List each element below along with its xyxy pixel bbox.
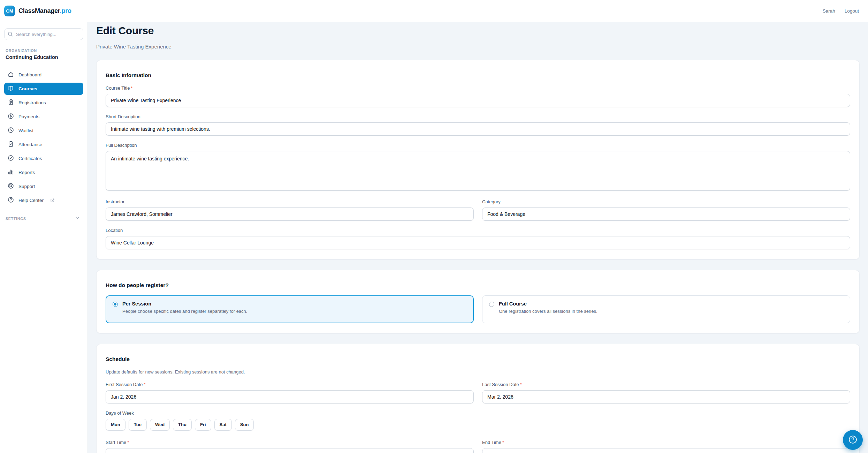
sidebar-item-reports[interactable]: Reports bbox=[4, 166, 83, 179]
sidebar-divider bbox=[0, 65, 87, 65]
page-subtitle: Private Wine Tasting Experience bbox=[96, 44, 860, 50]
sidebar-item-label: Courses bbox=[18, 86, 37, 91]
course-title-label: Course Title* bbox=[106, 85, 850, 91]
app-title: ClassManager.pro bbox=[18, 7, 71, 15]
sidebar-item-waitlist[interactable]: Waitlist bbox=[4, 124, 83, 137]
per-session-description: People choose specific dates and registe… bbox=[122, 309, 247, 314]
app-logo[interactable]: CM ClassManager.pro bbox=[4, 6, 71, 16]
sidebar-item-label: Certificates bbox=[18, 156, 42, 161]
day-toggle-sat[interactable]: Sat bbox=[214, 419, 232, 431]
topbar-user-area: Sarah Logout bbox=[823, 8, 859, 14]
sidebar-item-label: Dashboard bbox=[18, 72, 41, 77]
sidebar-item-payments[interactable]: Payments bbox=[4, 111, 83, 123]
day-toggle-mon[interactable]: Mon bbox=[106, 419, 125, 431]
sidebar-item-help-center[interactable]: Help Center bbox=[4, 194, 83, 206]
sidebar-item-label: Support bbox=[18, 184, 35, 189]
option-text: Full Course One registration covers all … bbox=[499, 301, 597, 314]
radio-unchecked-icon[interactable] bbox=[489, 302, 494, 307]
sidebar-item-support[interactable]: Support bbox=[4, 180, 83, 192]
sidebar-item-label: Waitlist bbox=[18, 128, 33, 133]
sidebar-item-dashboard[interactable]: Dashboard bbox=[4, 69, 83, 81]
per-session-option[interactable]: Per Session People choose specific dates… bbox=[106, 295, 474, 323]
schedule-heading: Schedule bbox=[106, 356, 850, 362]
days-of-week-group: Mon Tue Wed Thu Fri Sat Sun bbox=[106, 419, 850, 431]
sidebar-nav: Dashboard Courses Registrations Payments… bbox=[4, 69, 83, 206]
start-time-label: Start Time* bbox=[106, 440, 474, 445]
sidebar-settings-toggle[interactable]: SETTINGS bbox=[4, 216, 83, 222]
help-fab-button[interactable] bbox=[843, 430, 863, 450]
days-of-week-label: Days of Week bbox=[106, 410, 850, 416]
first-session-date-input[interactable] bbox=[106, 390, 474, 403]
chevron-down-icon bbox=[75, 216, 80, 222]
sidebar-item-label: Registrations bbox=[18, 100, 46, 105]
category-label: Category bbox=[482, 199, 850, 205]
sidebar-item-courses[interactable]: Courses bbox=[4, 83, 83, 95]
main-content: Back to Course Edit Course Private Wine … bbox=[88, 0, 868, 453]
schedule-card: Schedule Update defaults for new session… bbox=[96, 344, 860, 453]
external-link-icon bbox=[50, 198, 55, 203]
logout-button[interactable]: Logout bbox=[845, 8, 859, 14]
page-title: Edit Course bbox=[96, 25, 860, 37]
sidebar-divider bbox=[0, 210, 87, 210]
option-text: Per Session People choose specific dates… bbox=[122, 301, 247, 314]
settings-label: SETTINGS bbox=[6, 217, 26, 221]
sidebar: ORGANIZATION Continuing Education Dashbo… bbox=[0, 22, 88, 453]
day-toggle-tue[interactable]: Tue bbox=[129, 419, 147, 431]
home-icon bbox=[8, 71, 14, 78]
logo-badge-icon: CM bbox=[4, 6, 15, 16]
sidebar-item-label: Help Center bbox=[18, 198, 44, 203]
day-toggle-sun[interactable]: Sun bbox=[235, 419, 254, 431]
user-menu-button[interactable]: Sarah bbox=[823, 8, 835, 14]
sidebar-item-label: Reports bbox=[18, 170, 35, 175]
category-field: Category bbox=[482, 192, 850, 221]
sidebar-item-attendance[interactable]: Attendance bbox=[4, 138, 83, 151]
start-time-field: Start Time* bbox=[106, 433, 474, 453]
day-toggle-fri[interactable]: Fri bbox=[195, 419, 211, 431]
search-icon bbox=[8, 31, 13, 37]
book-open-icon bbox=[8, 85, 14, 92]
sidebar-item-label: Payments bbox=[18, 114, 39, 119]
start-time-input[interactable] bbox=[106, 448, 474, 453]
sidebar-item-label: Attendance bbox=[18, 142, 42, 147]
short-description-input[interactable] bbox=[106, 122, 850, 136]
last-session-date-input[interactable] bbox=[482, 390, 850, 403]
instructor-label: Instructor bbox=[106, 199, 474, 205]
instructor-input[interactable] bbox=[106, 207, 474, 221]
full-description-textarea[interactable]: An intimate wine tasting experience. bbox=[106, 151, 850, 191]
radio-checked-icon[interactable] bbox=[113, 302, 118, 307]
clipboard-check-icon bbox=[8, 141, 14, 148]
app-title-suffix: .pro bbox=[60, 7, 71, 14]
day-toggle-wed[interactable]: Wed bbox=[150, 419, 170, 431]
registration-mode-card: How do people register? Per Session Peop… bbox=[96, 270, 860, 333]
end-time-field: End Time* bbox=[482, 433, 850, 453]
per-session-title: Per Session bbox=[122, 301, 247, 307]
instructor-field: Instructor bbox=[106, 192, 474, 221]
search-input[interactable] bbox=[4, 28, 83, 40]
basic-information-heading: Basic Information bbox=[106, 72, 850, 78]
category-input[interactable] bbox=[482, 207, 850, 221]
full-course-description: One registration covers all sessions in … bbox=[499, 309, 597, 314]
last-session-date-field: Last Session Date* bbox=[482, 375, 850, 403]
end-time-input[interactable] bbox=[482, 448, 850, 453]
sidebar-item-certificates[interactable]: Certificates bbox=[4, 152, 83, 165]
day-toggle-thu[interactable]: Thu bbox=[173, 419, 192, 431]
basic-information-card: Basic Information Course Title* Short De… bbox=[96, 60, 860, 259]
bar-chart-icon bbox=[8, 169, 14, 176]
location-input[interactable] bbox=[106, 236, 850, 249]
organization-label: ORGANIZATION bbox=[6, 48, 82, 53]
required-marker: * bbox=[144, 382, 145, 387]
sidebar-item-registrations[interactable]: Registrations bbox=[4, 97, 83, 109]
registration-heading: How do people register? bbox=[106, 282, 850, 288]
full-description-label: Full Description bbox=[106, 143, 850, 148]
location-label: Location bbox=[106, 228, 850, 233]
topbar: CM ClassManager.pro Sarah Logout bbox=[0, 0, 868, 22]
question-mark-icon bbox=[848, 435, 858, 445]
short-description-label: Short Description bbox=[106, 114, 850, 120]
course-title-input[interactable] bbox=[106, 94, 850, 107]
schedule-note: Update defaults for new sessions. Existi… bbox=[106, 369, 850, 375]
dollar-circle-icon bbox=[8, 113, 14, 120]
full-course-option[interactable]: Full Course One registration covers all … bbox=[482, 295, 850, 323]
first-session-date-label: First Session Date* bbox=[106, 382, 474, 387]
end-time-label: End Time* bbox=[482, 440, 850, 445]
sidebar-search bbox=[4, 28, 83, 40]
